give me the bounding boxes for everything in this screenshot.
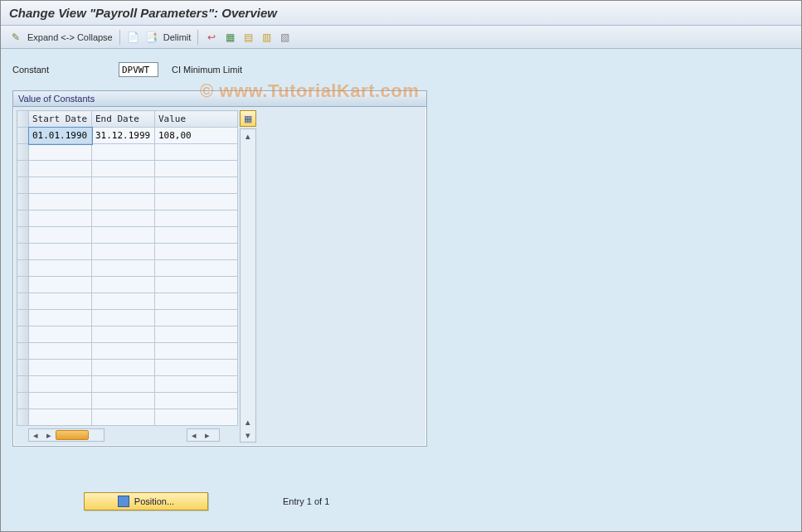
cell-end-date[interactable]: [92, 409, 155, 426]
cell-end-date[interactable]: [92, 227, 155, 244]
col-end-date[interactable]: End Date: [92, 111, 155, 128]
copy-all-icon[interactable]: [145, 31, 158, 44]
row-selector[interactable]: [17, 177, 29, 194]
row-selector[interactable]: [17, 376, 29, 393]
table-row[interactable]: [17, 177, 238, 194]
row-selector[interactable]: [17, 260, 29, 277]
row-selector[interactable]: [17, 194, 29, 210]
delimit-button[interactable]: Delimit: [163, 32, 192, 42]
cell-end-date[interactable]: [92, 144, 155, 161]
cell-value[interactable]: [155, 177, 238, 194]
cell-start-date[interactable]: [29, 144, 92, 161]
vscroll-track[interactable]: [241, 143, 255, 415]
table-row[interactable]: [17, 194, 238, 210]
cell-start-date[interactable]: [29, 227, 92, 244]
select-block-icon[interactable]: [241, 31, 255, 44]
table-row[interactable]: [17, 210, 238, 227]
cell-value[interactable]: [155, 360, 238, 376]
table-row[interactable]: [17, 376, 238, 393]
cell-value[interactable]: [155, 343, 238, 360]
scroll-right-icon[interactable]: ▸: [42, 429, 56, 441]
table-settings-icon[interactable]: [278, 31, 291, 44]
cell-end-date[interactable]: [92, 293, 155, 310]
scroll-left-icon[interactable]: ◂: [29, 429, 42, 441]
table-row[interactable]: [17, 161, 238, 177]
cell-end-date[interactable]: [92, 343, 155, 360]
copy-icon[interactable]: [127, 31, 140, 44]
row-selector[interactable]: [17, 277, 29, 293]
cell-value[interactable]: [155, 161, 238, 177]
expand-collapse-button[interactable]: Expand <-> Collapse: [27, 32, 113, 42]
row-selector[interactable]: [17, 343, 29, 360]
cell-end-date[interactable]: [92, 326, 155, 343]
row-selector[interactable]: [17, 210, 29, 227]
col-value[interactable]: Value: [155, 111, 238, 128]
cell-value[interactable]: [155, 409, 238, 426]
cell-end-date[interactable]: [92, 194, 155, 210]
cell-start-date[interactable]: [29, 260, 92, 277]
row-selector[interactable]: [17, 393, 29, 409]
cell-value[interactable]: 108,00: [155, 128, 238, 144]
cell-value[interactable]: [155, 244, 238, 260]
row-selector[interactable]: [17, 161, 29, 177]
row-selector[interactable]: [17, 409, 29, 426]
cell-end-date[interactable]: [92, 260, 155, 277]
cell-end-date[interactable]: [92, 393, 155, 409]
cell-start-date[interactable]: [29, 393, 92, 409]
cell-start-date[interactable]: [29, 293, 92, 310]
table-row[interactable]: [17, 144, 238, 161]
cell-start-date[interactable]: [29, 244, 92, 260]
constants-table[interactable]: Start Date End Date Value 01.01.199031.1…: [17, 110, 238, 426]
vertical-scrollbar[interactable]: ▴ ▴ ▾: [240, 128, 256, 443]
table-row[interactable]: [17, 293, 238, 310]
cell-start-date[interactable]: [29, 277, 92, 293]
deselect-all-icon[interactable]: [260, 31, 273, 44]
cell-value[interactable]: [155, 194, 238, 210]
row-selector[interactable]: [17, 144, 29, 161]
table-row[interactable]: [17, 409, 238, 426]
scroll-up2-icon[interactable]: ▴: [241, 415, 255, 428]
cell-value[interactable]: [155, 227, 238, 244]
table-row[interactable]: [17, 393, 238, 409]
cell-value[interactable]: [155, 376, 238, 393]
cell-start-date[interactable]: [29, 210, 92, 227]
cell-start-date[interactable]: [29, 177, 92, 194]
row-header-blank[interactable]: [17, 111, 29, 128]
edit-icon[interactable]: [9, 31, 22, 44]
cell-start-date[interactable]: [29, 360, 92, 376]
cell-end-date[interactable]: [92, 210, 155, 227]
undo-icon[interactable]: [205, 31, 218, 44]
scroll-down-icon[interactable]: ▾: [241, 428, 255, 442]
hscroll-thumb[interactable]: [56, 430, 89, 440]
col-start-date[interactable]: Start Date: [29, 111, 92, 128]
cell-end-date[interactable]: [92, 244, 155, 260]
configure-columns-button[interactable]: [240, 110, 256, 127]
cell-value[interactable]: [155, 293, 238, 310]
row-selector[interactable]: [17, 293, 29, 310]
table-row[interactable]: [17, 360, 238, 376]
table-row[interactable]: [17, 244, 238, 260]
cell-end-date[interactable]: [92, 310, 155, 326]
row-selector[interactable]: [17, 360, 29, 376]
cell-end-date[interactable]: [92, 376, 155, 393]
table-row[interactable]: [17, 326, 238, 343]
cell-start-date[interactable]: [29, 161, 92, 177]
cell-start-date[interactable]: [29, 310, 92, 326]
scroll-right-icon[interactable]: ▸: [201, 429, 214, 441]
cell-value[interactable]: [155, 326, 238, 343]
row-selector[interactable]: [17, 244, 29, 260]
select-all-icon[interactable]: [223, 31, 236, 44]
row-selector[interactable]: [17, 227, 29, 244]
scroll-up-icon[interactable]: ▴: [241, 129, 255, 143]
row-selector[interactable]: [17, 128, 29, 144]
cell-value[interactable]: [155, 260, 238, 277]
cell-start-date[interactable]: [29, 409, 92, 426]
row-selector[interactable]: [17, 326, 29, 343]
table-row[interactable]: [17, 343, 238, 360]
cell-end-date[interactable]: [92, 177, 155, 194]
cell-value[interactable]: [155, 144, 238, 161]
cell-value[interactable]: [155, 210, 238, 227]
scroll-left-icon[interactable]: ◂: [187, 429, 201, 441]
table-row[interactable]: [17, 277, 238, 293]
constant-input[interactable]: [119, 62, 158, 77]
